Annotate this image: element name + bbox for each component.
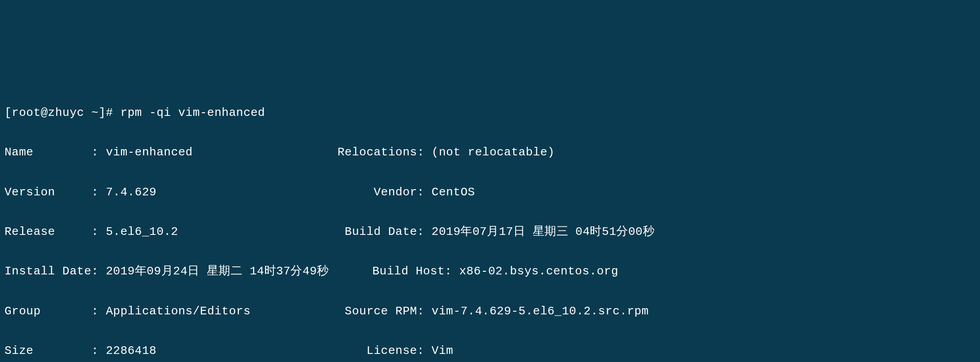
vendor-value: CentOS xyxy=(432,185,475,199)
size-value: 2286418 xyxy=(106,344,156,358)
release-label: Release xyxy=(4,225,55,238)
license-value: Vim xyxy=(432,344,453,358)
buildhost-value: x86-02.bsys.centos.org xyxy=(459,265,618,278)
installdate-value: 2019年09月24日 星期二 14时37分49秒 xyxy=(106,265,329,278)
name-value: vim-enhanced xyxy=(106,146,192,159)
builddate-label: Build Date: xyxy=(345,225,424,238)
installdate-label: Install Date: xyxy=(4,265,98,278)
field-group-line: Group : Applications/Editors Source RPM:… xyxy=(4,301,976,321)
version-label: Version xyxy=(4,185,55,199)
license-label: License: xyxy=(366,344,424,358)
vendor-label: Vendor: xyxy=(374,185,424,199)
field-version-line: Version : 7.4.629 Vendor: CentOS xyxy=(4,182,976,202)
release-value: 5.el6_10.2 xyxy=(106,225,178,238)
field-name-line: Name : vim-enhanced Relocations: (not re… xyxy=(4,142,976,162)
version-value: 7.4.629 xyxy=(106,185,156,199)
group-label: Group xyxy=(4,305,41,318)
relocations-value: (not relocatable) xyxy=(432,146,555,159)
command-prompt-line: [root@zhuyc ~]# rpm -qi vim-enhanced xyxy=(4,103,976,123)
group-value: Applications/Editors xyxy=(106,305,250,318)
field-size-line: Size : 2286418 License: Vim xyxy=(4,341,976,361)
sourcerpm-value: vim-7.4.629-5.el6_10.2.src.rpm xyxy=(432,305,649,318)
terminal-output: [root@zhuyc ~]# rpm -qi vim-enhanced Nam… xyxy=(4,83,976,362)
relocations-label: Relocations: xyxy=(338,146,424,159)
buildhost-label: Build Host: xyxy=(372,265,452,278)
field-installdate-line: Install Date: 2019年09月24日 星期二 14时37分49秒 … xyxy=(4,261,976,281)
builddate-value: 2019年07月17日 星期三 04时51分00秒 xyxy=(432,225,655,238)
name-label: Name xyxy=(4,146,33,159)
size-label: Size xyxy=(4,344,33,358)
field-release-line: Release : 5.el6_10.2 Build Date: 2019年07… xyxy=(4,222,976,242)
sourcerpm-label: Source RPM: xyxy=(345,305,424,318)
